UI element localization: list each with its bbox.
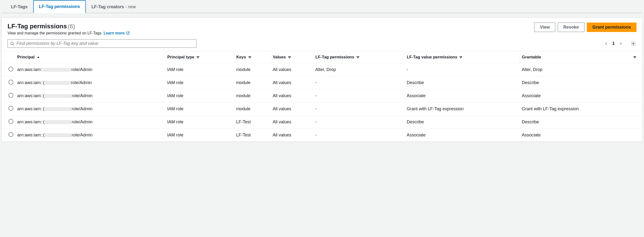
gear-icon [631, 41, 636, 46]
row-radio[interactable] [8, 67, 13, 72]
grant-permissions-button[interactable]: Grant permissions [587, 22, 636, 32]
external-link-icon [126, 31, 130, 35]
tab-bar: LF-Tags LF-Tag permissions LF-Tag creato… [2, 0, 642, 13]
prev-page-button[interactable] [604, 41, 609, 46]
keys-cell: module [234, 76, 271, 90]
table-row: arn:aws:iam::( role/Admin IAM role modul… [2, 102, 642, 116]
col-values[interactable]: Values [271, 51, 313, 63]
col-lf-tag-value-permissions-label: LF-Tag value permissions [407, 55, 457, 60]
col-lf-tag-value-permissions[interactable]: LF-Tag value permissions [404, 51, 520, 63]
filter-icon [248, 56, 252, 59]
principal-suffix: role/Admin [72, 132, 92, 138]
table-row: arn:aws:iam::( role/Admin IAM role modul… [2, 90, 642, 102]
pagination: 1 [604, 41, 624, 46]
redacted-account-id [45, 81, 70, 85]
principal-type-cell: IAM role [165, 129, 234, 142]
row-radio[interactable] [8, 132, 13, 137]
revoke-button[interactable]: Revoke [558, 22, 584, 32]
col-lf-tag-permissions-label: LF-Tag permissions [316, 55, 354, 60]
search-icon [10, 42, 14, 46]
keys-cell: LF-Test [234, 129, 271, 142]
table-row: arn:aws:iam::( role/Admin IAM role LF-Te… [2, 129, 642, 142]
principal-prefix: arn:aws:iam::( [17, 106, 44, 112]
principal-type-cell: IAM role [165, 102, 234, 116]
lf-tag-value-permissions-cell: Describe [404, 76, 520, 90]
principal-cell: arn:aws:iam::( :role/Admin [17, 80, 163, 85]
search-input[interactable] [16, 41, 194, 46]
col-keys-label: Keys [236, 55, 246, 60]
next-page-button[interactable] [618, 41, 624, 46]
lf-tag-value-permissions-cell: Associate [404, 129, 520, 142]
principal-prefix: arn:aws:iam::( [17, 80, 44, 85]
col-lf-tag-permissions[interactable]: LF-Tag permissions [313, 51, 404, 63]
lf-tag-permissions-cell: - [313, 102, 404, 116]
page-number: 1 [612, 41, 615, 46]
keys-cell: module [234, 90, 271, 102]
values-cell: All values [271, 63, 313, 76]
lf-tag-permissions-cell: - [313, 129, 404, 142]
lf-tag-value-permissions-cell: Associate [404, 90, 520, 102]
filter-icon [196, 56, 200, 59]
lf-tag-permissions-cell: Alter, Drop [313, 63, 404, 76]
redacted-account-id [45, 107, 72, 111]
principal-type-cell: IAM role [165, 76, 234, 90]
record-count: (6) [68, 23, 75, 30]
col-keys[interactable]: Keys [234, 51, 271, 63]
row-radio[interactable] [8, 93, 13, 98]
settings-button[interactable] [630, 40, 636, 47]
svg-point-0 [11, 42, 13, 44]
row-radio[interactable] [8, 106, 13, 111]
learn-more-link[interactable]: Learn more [104, 31, 130, 35]
table-row: arn:aws:iam::( :role/Admin IAM role modu… [2, 76, 642, 90]
view-button[interactable]: View [534, 22, 555, 32]
row-radio[interactable] [8, 80, 13, 84]
lf-tag-value-permissions-cell: Describe [404, 116, 520, 129]
col-grantable-label: Grantable [522, 55, 541, 60]
row-radio[interactable] [8, 119, 13, 124]
learn-more-label: Learn more [104, 31, 124, 35]
principal-cell: arn:aws:iam::( role/Admin [17, 93, 163, 98]
principal-cell: arn:aws:iam::( role/Admin [17, 132, 163, 138]
lf-tag-value-permissions-cell: - [404, 63, 520, 76]
keys-cell: LF-Test [234, 116, 271, 129]
keys-cell: module [234, 63, 271, 76]
select-column [2, 51, 15, 63]
lf-tag-permissions-cell: - [313, 116, 404, 129]
filter-icon [356, 56, 360, 59]
principal-type-cell: IAM role [165, 63, 234, 76]
grantable-cell: Describe [520, 116, 642, 129]
col-principal-label: Principal [17, 55, 35, 60]
page-title: LF-Tag permissions [8, 22, 67, 30]
col-principal-type[interactable]: Principal type [165, 51, 234, 63]
search-box[interactable] [8, 39, 196, 48]
permissions-table: Principal Principal type Keys [2, 51, 642, 142]
principal-cell: arn:aws:iam::( role/Admin [17, 120, 163, 124]
values-cell: All values [271, 116, 313, 129]
values-cell: All values [271, 90, 313, 102]
redacted-account-id [45, 133, 72, 137]
tab-lf-tag-permissions[interactable]: LF-Tag permissions [33, 0, 86, 13]
grantable-cell: Associate [520, 90, 642, 102]
filter-icon [459, 56, 462, 59]
page-subtitle: View and manage the permissions granted … [8, 31, 102, 35]
values-cell: All values [271, 129, 313, 142]
principal-suffix: role/Admin [72, 120, 92, 124]
principal-suffix: :role/Admin [70, 67, 92, 72]
lf-tag-permissions-cell: - [313, 76, 404, 90]
principal-suffix: :role/Admin [70, 80, 92, 85]
col-grantable[interactable]: Grantable [520, 51, 642, 63]
tab-lf-tag-creators-label: LF-Tag creators [91, 4, 124, 9]
principal-type-cell: IAM role [165, 116, 234, 129]
svg-point-1 [632, 43, 634, 44]
grantable-cell: Describe [520, 76, 642, 90]
values-cell: All values [271, 76, 313, 90]
col-principal[interactable]: Principal [15, 51, 165, 63]
tab-lf-tag-creators[interactable]: LF-Tag creators - new [86, 1, 142, 13]
principal-prefix: arn:aws:iam::( [17, 93, 44, 98]
filter-icon [288, 56, 291, 59]
grantable-cell: Alter, Drop [520, 63, 642, 76]
col-principal-type-label: Principal type [167, 55, 194, 60]
tab-lf-tags[interactable]: LF-Tags [5, 1, 33, 13]
keys-cell: module [234, 102, 271, 116]
principal-cell: arn:aws:iam:: :role/Admin [17, 67, 163, 72]
